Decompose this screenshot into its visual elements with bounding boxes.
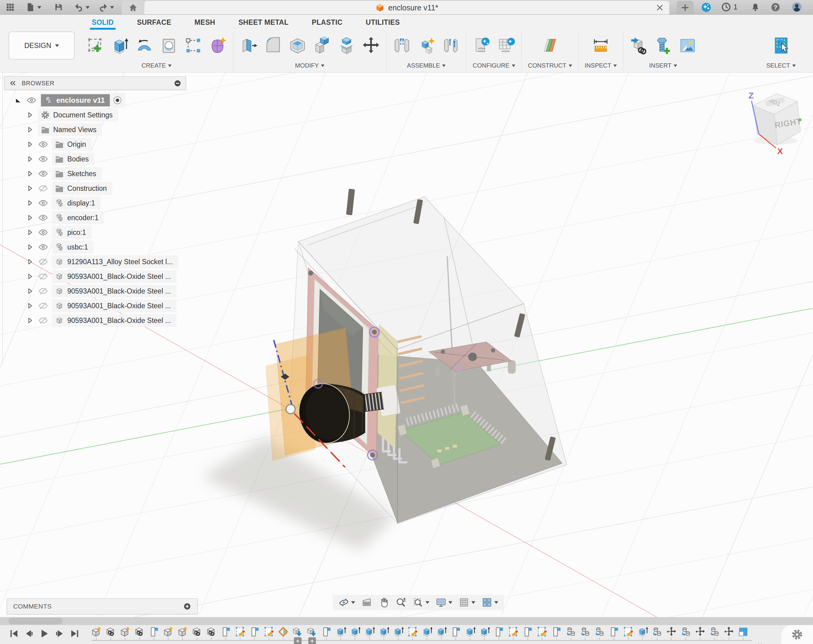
redo-icon[interactable] <box>98 2 108 12</box>
display-settings-button[interactable] <box>436 597 453 608</box>
app-grid-icon[interactable] <box>6 2 15 12</box>
tree-item-origin[interactable]: Origin <box>4 137 186 152</box>
timeline-feature-copy[interactable] <box>680 626 692 638</box>
timeline-feature-plane[interactable] <box>278 626 289 638</box>
new-tab-button[interactable] <box>676 1 694 14</box>
group-label-assemble[interactable]: ASSEMBLE <box>407 62 446 69</box>
timeline-feature-extrude[interactable] <box>421 626 433 638</box>
undo-caret-icon[interactable] <box>86 6 90 9</box>
tree-item-91290a113-alloy-steel-socket-l-[interactable]: 91290A113_Alloy Steel Socket l... <box>4 255 186 269</box>
tab-sheet-metal[interactable]: SHEET METAL <box>227 15 300 30</box>
timeline-feature-extrude[interactable] <box>378 626 390 638</box>
collapse-panel-icon[interactable] <box>9 79 17 87</box>
play-button[interactable] <box>39 629 49 639</box>
group-label-modify[interactable]: MODIFY <box>295 62 325 69</box>
expand-arrow-icon[interactable] <box>15 97 22 104</box>
group-label-inspect[interactable]: INSPECT <box>585 62 617 69</box>
timeline-feature-extrude[interactable] <box>349 626 361 638</box>
timeline-feature-extrude[interactable] <box>335 626 347 638</box>
timeline-feature-copy[interactable] <box>579 626 591 638</box>
tree-item-bodies[interactable]: Bodies <box>4 152 186 166</box>
visibility-icon[interactable] <box>38 169 48 179</box>
insert-canvas-button[interactable] <box>678 37 697 55</box>
configuration-table-button[interactable] <box>497 37 515 55</box>
undo-icon[interactable] <box>74 2 83 12</box>
visibility-icon[interactable] <box>38 242 48 252</box>
expand-arrow-icon[interactable] <box>26 141 34 148</box>
timeline-settings-gear-icon[interactable] <box>791 628 804 641</box>
skip-to-end-button[interactable] <box>70 629 80 639</box>
timeline-feature-flag[interactable] <box>148 626 160 638</box>
tree-item-pico-1[interactable]: pico:1 <box>4 225 186 240</box>
timeline-feature-copy[interactable] <box>565 626 577 638</box>
visibility-icon[interactable] <box>38 227 48 238</box>
visibility-off-icon[interactable] <box>38 183 48 193</box>
extrude-button[interactable] <box>111 37 129 55</box>
extensions-sparkle-icon[interactable] <box>701 2 712 12</box>
expand-arrow-icon[interactable] <box>26 302 34 310</box>
tree-item-encoder-1[interactable]: encoder:1 <box>4 210 186 225</box>
workspace-switcher[interactable]: DESIGN <box>9 32 75 60</box>
tab-solid[interactable]: SOLID <box>80 15 126 30</box>
group-label-construct[interactable]: CONSTRUCT <box>528 62 572 69</box>
insert-derive-button[interactable] <box>629 37 648 55</box>
form-button[interactable] <box>209 37 227 55</box>
step-forward-button[interactable] <box>54 629 65 639</box>
timeline-feature-copy[interactable] <box>651 626 663 638</box>
tree-item-sketches[interactable]: Sketches <box>4 166 186 181</box>
timeline-scrollbar[interactable] <box>0 617 813 625</box>
save-icon[interactable] <box>54 2 63 12</box>
tree-item-construction[interactable]: Construction <box>4 181 186 196</box>
new-component-button[interactable] <box>417 37 436 55</box>
selected-root-chip[interactable]: enclosure v11 <box>41 94 110 106</box>
zoom-button[interactable] <box>396 597 406 608</box>
tree-root-enclosure-v11[interactable]: enclosure v11 <box>4 93 186 107</box>
timeline-feature-component[interactable] <box>177 626 189 638</box>
visibility-icon[interactable] <box>38 154 48 164</box>
select-button[interactable] <box>772 37 790 55</box>
timeline-feature-copy[interactable] <box>594 626 605 638</box>
expand-arrow-icon[interactable] <box>26 199 34 207</box>
notifications-bell-icon[interactable] <box>751 2 760 12</box>
visibility-icon[interactable] <box>26 95 37 106</box>
expand-arrow-icon[interactable] <box>26 214 34 221</box>
tab-utilities[interactable]: UTILITIES <box>354 15 411 30</box>
activate-component-radio[interactable] <box>113 96 122 105</box>
expand-arrow-icon[interactable] <box>26 317 34 324</box>
file-menu-caret-icon[interactable] <box>37 6 41 9</box>
timeline-feature-sketch[interactable] <box>623 626 634 638</box>
configuration-button[interactable] <box>472 37 491 55</box>
job-status-button[interactable]: 1 <box>721 2 738 12</box>
tree-item-document-settings[interactable]: Document Settings <box>4 107 186 122</box>
timeline-feature-link[interactable] <box>206 626 217 638</box>
expand-arrow-icon[interactable] <box>26 258 34 265</box>
home-view-button[interactable] <box>122 1 144 14</box>
pattern-button[interactable] <box>184 37 202 55</box>
tree-item-display-1[interactable]: display:1 <box>4 196 186 210</box>
expand-arrow-icon[interactable] <box>26 229 34 236</box>
timeline-feature-move[interactable] <box>723 626 735 638</box>
timeline-feature-move[interactable] <box>666 626 677 638</box>
group-label-select[interactable]: SELECT <box>766 62 796 69</box>
timeline-feature-flag[interactable] <box>522 626 534 638</box>
revolve-button[interactable] <box>135 37 153 55</box>
timeline-feature-component[interactable] <box>91 626 102 638</box>
visibility-icon[interactable] <box>38 213 48 223</box>
help-icon[interactable] <box>771 2 780 12</box>
timeline-feature-move[interactable] <box>694 626 706 638</box>
tree-item-usbc-1[interactable]: usbc:1 <box>4 240 186 255</box>
file-menu-icon[interactable] <box>26 2 35 12</box>
joint-button[interactable] <box>393 37 411 55</box>
expand-arrow-icon[interactable] <box>26 111 34 119</box>
timeline-feature-flag[interactable] <box>220 626 232 638</box>
timeline-feature-extrude[interactable] <box>479 626 490 638</box>
timeline-feature-component[interactable] <box>119 626 131 638</box>
viewports-button[interactable] <box>482 597 498 608</box>
tree-item-90593a001-black-oxide-steel-[interactable]: 90593A001_Black-Oxide Steel ... <box>4 313 186 328</box>
tree-item-named-views[interactable]: Named Views <box>4 122 186 137</box>
visibility-icon[interactable] <box>38 139 48 150</box>
hole-button[interactable] <box>160 37 178 55</box>
tree-item-90593a001-black-oxide-steel-[interactable]: 90593A001_Black-Oxide Steel ... <box>4 284 186 299</box>
tab-surface[interactable]: SURFACE <box>126 15 183 30</box>
close-tab-icon[interactable] <box>656 4 664 12</box>
